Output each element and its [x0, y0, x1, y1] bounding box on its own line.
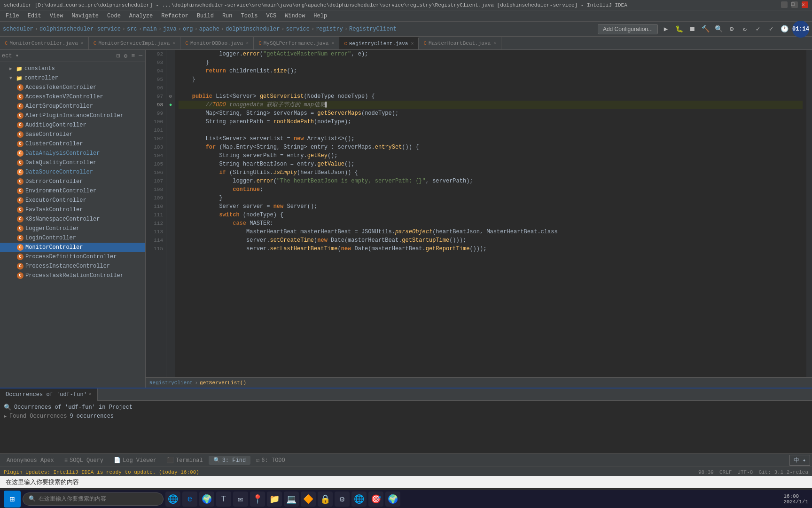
- bc-scheduler[interactable]: scheduler: [3, 26, 33, 32]
- sidebar-item-AlertPluginInstanceController[interactable]: C AlertPluginInstanceController: [0, 111, 145, 120]
- sidebar-item-EnvironmentController[interactable]: C EnvironmentController: [0, 186, 145, 196]
- sidebar-item-AuditLogController[interactable]: C AuditLogController: [0, 120, 145, 130]
- maximize-button[interactable]: □: [791, 1, 798, 8]
- tab-RegistryClient[interactable]: C RegistryClient.java ×: [339, 37, 419, 49]
- taskbar-globe[interactable]: 🌐: [351, 492, 367, 507]
- tab-MonitorDBDao[interactable]: C MonitorDBDao.java ×: [180, 37, 254, 49]
- menu-item-edit[interactable]: Edit: [24, 12, 45, 20]
- bc-dolphin[interactable]: dolphinscheduler: [226, 26, 280, 32]
- tool-tab-soql[interactable]: ≡ SOQL Query: [60, 456, 108, 465]
- menu-item-vcs[interactable]: VCS: [263, 12, 281, 20]
- sidebar-item-LoggerController[interactable]: C LoggerController: [0, 224, 145, 233]
- taskbar-lock[interactable]: 🔒: [318, 492, 333, 507]
- sidebar-item-DataSourceController[interactable]: C DataSourceController: [0, 167, 145, 177]
- commit-button[interactable]: ✓: [753, 24, 763, 34]
- menu-item-tools[interactable]: Tools: [237, 12, 262, 20]
- tool-tab-terminal[interactable]: ⬛ Terminal: [162, 456, 208, 465]
- tab-close-1[interactable]: ×: [81, 41, 84, 46]
- taskbar-earth[interactable]: 🌍: [385, 492, 400, 507]
- tab-close-4[interactable]: ×: [331, 41, 334, 46]
- settings-button[interactable]: ⚙: [726, 24, 737, 34]
- status-git[interactable]: Git: 3.1.2-relea: [758, 469, 808, 475]
- sidebar-item-ProcessDefinitionController[interactable]: C ProcessDefinitionController: [0, 252, 145, 262]
- sidebar-item-FavTaskController[interactable]: C FavTaskController: [0, 205, 145, 214]
- menu-item-view[interactable]: View: [46, 12, 67, 20]
- update-button[interactable]: ↻: [740, 24, 750, 34]
- sidebar-sync-icon[interactable]: ⊡: [116, 51, 121, 61]
- bc-getserverlist[interactable]: getServerList(): [200, 380, 246, 386]
- tab-MySQLPerformance[interactable]: C MySQLPerformance.java ×: [254, 37, 339, 49]
- sidebar-item-ClusterController[interactable]: C ClusterController: [0, 139, 145, 149]
- code-container[interactable]: 92 93 94 95 96 97 98 99 100 101 102 103 …: [146, 50, 812, 377]
- tab-MonitorController[interactable]: C MonitorController.java ×: [0, 37, 89, 49]
- menu-item-analyze[interactable]: Analyze: [125, 12, 156, 20]
- close-button[interactable]: ✕: [802, 1, 808, 8]
- history-button[interactable]: 🕐: [779, 24, 789, 34]
- taskbar-chrome[interactable]: 🌍: [199, 492, 214, 507]
- taskbar-folder[interactable]: 📁: [267, 492, 282, 507]
- bc-apache[interactable]: apache: [199, 26, 219, 32]
- sidebar-item-DataQualityController[interactable]: C DataQualityController: [0, 158, 145, 167]
- sidebar-gear-icon[interactable]: ≡: [130, 51, 136, 60]
- tool-tab-todo[interactable]: ☑ 6: TODO: [251, 456, 290, 465]
- code-editor[interactable]: logger.error("getActiveMasterNum error",…: [175, 50, 806, 377]
- bc-registry[interactable]: registry: [316, 26, 343, 32]
- tab-close-2[interactable]: ×: [172, 41, 175, 46]
- menu-item-navigate[interactable]: Navigate: [68, 12, 102, 20]
- tab-close-5[interactable]: ×: [411, 41, 414, 47]
- search-everywhere-button[interactable]: 🔍: [713, 24, 724, 34]
- tab-MonitorServiceImpl[interactable]: C MonitorServiceImpl.java ×: [89, 37, 180, 49]
- menu-item-help[interactable]: Help: [310, 12, 331, 20]
- sidebar-item-DsErrorController[interactable]: C DsErrorController: [0, 177, 145, 186]
- menu-item-window[interactable]: Window: [281, 12, 309, 20]
- tab-close-6[interactable]: ×: [493, 41, 496, 46]
- sidebar-item-AccessTokenV2Controller[interactable]: C AccessTokenV2Controller: [0, 92, 145, 102]
- menu-item-refactor[interactable]: Refactor: [157, 12, 192, 20]
- tab-MasterHeartBeat[interactable]: C MasterHeartBeat.java ×: [419, 37, 501, 49]
- bc-org[interactable]: org: [183, 26, 193, 32]
- taskbar-target[interactable]: 🎯: [368, 492, 383, 507]
- taskbar-ie[interactable]: 🌐: [165, 492, 180, 507]
- taskbar-notepad[interactable]: T: [216, 492, 231, 507]
- taskbar-email[interactable]: ✉: [233, 492, 248, 507]
- tab-close-3[interactable]: ×: [246, 41, 249, 46]
- bc-service[interactable]: dolphinscheduler-service: [39, 26, 121, 32]
- sidebar-item-LoginController[interactable]: C LoginController: [0, 233, 145, 243]
- menu-item-code[interactable]: Code: [103, 12, 125, 20]
- taskbar-idea[interactable]: 🔶: [301, 492, 316, 507]
- push-button[interactable]: ✓: [766, 24, 776, 34]
- menu-item-run[interactable]: Run: [219, 12, 236, 20]
- taskbar-pc[interactable]: 💻: [284, 492, 299, 507]
- taskbar-time[interactable]: 16:002024/1/1: [783, 493, 808, 505]
- menu-item-build[interactable]: Build: [193, 12, 218, 20]
- sidebar-item-DataAnalysisController[interactable]: C DataAnalysisController: [0, 149, 145, 158]
- sidebar-settings-icon[interactable]: ⚙: [123, 51, 129, 61]
- windows-start-button[interactable]: ⊞: [4, 491, 21, 508]
- sidebar-item-ProcessInstanceController[interactable]: C ProcessInstanceController: [0, 262, 145, 271]
- debug-button[interactable]: 🐛: [674, 24, 684, 34]
- sidebar-item-K8sNamespaceController[interactable]: C K8sNamespaceController: [0, 214, 145, 224]
- bottom-tab-occurrences[interactable]: Occurrences of 'udf-fun' ×: [0, 389, 98, 401]
- chinese-btn[interactable]: 中 ✦: [789, 455, 810, 466]
- run-button[interactable]: ▶: [661, 24, 671, 34]
- bc-registryclient-bottom[interactable]: RegistryClient: [149, 380, 193, 386]
- sidebar-item-constants[interactable]: ▶ 📁 constants: [0, 64, 145, 73]
- tool-tab-logviewer[interactable]: 📄 Log Viewer: [109, 456, 161, 465]
- sidebar-item-ProcessTaskRelationController[interactable]: C ProcessTaskRelationController: [0, 271, 145, 280]
- sidebar-collapse-icon[interactable]: —: [138, 51, 143, 60]
- bc-java[interactable]: java: [163, 26, 177, 32]
- taskbar-search-bar[interactable]: 🔍 在这里输入你要搜索的内容: [23, 492, 164, 506]
- bc-src[interactable]: src: [127, 26, 137, 32]
- bc-registryclient[interactable]: RegistryClient: [349, 26, 397, 32]
- taskbar-settings[interactable]: ⚙: [335, 492, 350, 507]
- status-plugin-warning[interactable]: Plugin Updates: IntelliJ IDEA is ready t…: [4, 469, 199, 475]
- status-crlf[interactable]: CRLF: [719, 469, 732, 475]
- tool-tab-find[interactable]: 🔍 3: Find: [209, 456, 250, 465]
- minimize-button[interactable]: ─: [781, 1, 788, 8]
- sidebar-item-BaseController[interactable]: C BaseController: [0, 130, 145, 139]
- bc-service2[interactable]: service: [286, 26, 310, 32]
- bc-main[interactable]: main: [143, 26, 157, 32]
- sidebar-item-MonitorController[interactable]: C MonitorController: [0, 243, 145, 252]
- stop-button[interactable]: ⏹: [687, 24, 697, 34]
- occurrences-tab-close[interactable]: ×: [89, 392, 92, 397]
